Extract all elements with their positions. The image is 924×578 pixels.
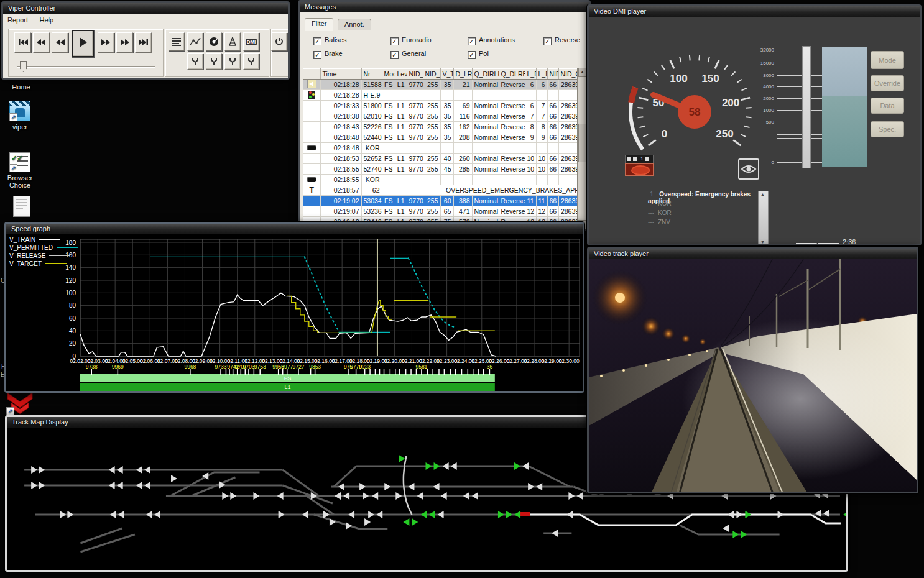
signal-marker[interactable] [425,462,432,470]
desktop-icon-home[interactable]: Home [1,83,41,91]
signal-marker[interactable] [136,466,142,474]
signal-marker[interactable] [441,492,447,500]
signal-marker[interactable] [222,492,228,500]
signal-marker[interactable] [376,511,382,518]
signal-marker[interactable] [372,492,378,500]
signal-marker[interactable] [395,492,402,500]
skip-to-end-button[interactable] [135,32,152,53]
desktop-icon-browser-choice[interactable]: ✓✓ ↗ Browser Choice [0,152,40,189]
dmi-button[interactable]: DMI [243,32,259,51]
signal-marker[interactable] [109,466,115,474]
table-row[interactable]: 02:18:55KOR [303,175,578,185]
column-header[interactable]: Lev [395,69,407,80]
filter-checkbox-brake[interactable]: ✓Brake [313,50,343,59]
signal-marker[interactable] [778,511,784,518]
signal-marker[interactable] [117,466,123,474]
desktop-icon-viper[interactable]: ↗ viper [0,101,40,131]
table-row[interactable]: 02:18:28H-E.9 [303,90,578,101]
signal-marker[interactable] [536,483,542,490]
signal-marker[interactable] [528,483,534,490]
signal-marker[interactable] [736,511,742,518]
column-header[interactable]: Q_DLRB [499,69,525,80]
signal-marker[interactable] [67,511,73,518]
signal-marker[interactable] [110,511,116,518]
dmi-message[interactable]: ---KOR [648,200,672,207]
column-header[interactable]: V_T [440,69,453,80]
graph-config-button[interactable] [187,53,203,70]
dmi-player-titlebar[interactable]: Video DMI player [589,6,920,17]
signal-marker[interactable] [566,511,573,518]
signal-marker[interactable] [568,492,575,500]
signal-marker[interactable] [144,466,150,474]
dmi-next-button[interactable]: ► [818,243,839,244]
signal-marker[interactable] [230,492,236,500]
signal-marker[interactable] [438,511,444,518]
signal-marker[interactable] [343,492,349,500]
signal-marker[interactable] [335,492,341,500]
graph-button[interactable] [187,32,203,51]
column-header[interactable]: D_LRI [453,69,472,80]
dmi-spec-button[interactable]: Spec. [871,121,904,137]
fast-rewind-button[interactable] [33,32,50,53]
table-header-row[interactable]: TimeNrMocLevNID_LNID_CV_TD_LRIQ_DIRLFQ_D… [303,69,578,80]
table-row[interactable]: 02:18:3852010FSL1977025535116NominalReve… [303,111,578,122]
dmi-message-scrollbar[interactable]: ▲ ▼ [758,191,769,244]
signal-marker[interactable] [39,482,45,489]
dmi-config-button[interactable] [243,53,259,70]
filter-checkbox-poi[interactable]: ✓Poi [468,50,489,59]
dmi-message[interactable]: ---KOR [648,209,672,216]
filter-checkbox-reverse[interactable]: ✓Reverse [543,36,580,45]
table-row[interactable]: 02:18:3351800FSL197702553569NominalRever… [303,101,578,111]
table-row[interactable]: 02:19:0753236FSL1977025565471NominalReve… [303,206,578,217]
messages-titlebar[interactable]: Messages [300,2,589,12]
power-button[interactable] [271,32,287,51]
play-button[interactable] [72,30,94,57]
signal-marker[interactable] [144,482,150,489]
table-row[interactable]: T02:18:5762OVERSPEED_EMERGENCY_BRAKES_AP… [303,185,578,196]
signal-marker[interactable] [171,475,177,482]
column-header[interactable]: Moc [382,69,395,80]
column-header[interactable]: Q_DIRLF [472,69,499,80]
signal-marker[interactable] [745,511,751,518]
signal-marker[interactable] [31,482,37,489]
filter-checkbox-annotations[interactable]: ✓Annotations [468,36,515,45]
signal-marker[interactable] [463,492,469,500]
signal-marker[interactable] [429,511,435,518]
signal-marker[interactable] [403,518,409,526]
filter-checkbox-euroradio[interactable]: ✓Euroradio [390,36,432,45]
signal-marker[interactable] [434,462,440,470]
column-header[interactable]: Time [320,69,361,80]
table-row[interactable]: 02:18:5552740FSL1977025545285NominalReve… [303,164,578,175]
signal-marker[interactable] [514,462,520,470]
signal-marker[interactable] [732,531,739,538]
signal-marker[interactable] [443,462,449,470]
signal-marker[interactable] [506,511,512,518]
signal-marker[interactable] [843,511,846,518]
track-video-titlebar[interactable]: Video track player [589,249,917,259]
speed-graph-canvas[interactable]: 020406080100120140160180FSL102:02:0002:0… [6,234,583,391]
tab-annot[interactable]: Annot. [338,19,371,30]
table-row[interactable]: 02:18:48KOR [303,143,578,154]
forward-button[interactable] [98,32,114,53]
viper-controller-titlebar[interactable]: Viper Controller [3,3,288,14]
signal-marker[interactable] [412,518,418,526]
table-row[interactable]: 02:18:4352226FSL1977025535162NominalReve… [303,122,578,132]
column-header[interactable]: NID_OPER [558,69,578,80]
signal-marker[interactable] [136,482,142,489]
signal-marker[interactable] [451,462,457,470]
signal-marker[interactable] [338,483,344,490]
column-header[interactable]: NID_L [407,69,423,80]
signal-marker[interactable] [31,466,37,474]
signal-marker[interactable] [368,511,374,518]
signal-marker[interactable] [472,492,478,500]
dmi-override-button[interactable]: Override [871,75,904,91]
track-button[interactable] [224,32,241,51]
menu-help[interactable]: Help [35,15,58,25]
dmi-mode-button[interactable]: Mode [871,51,904,69]
filter-checkbox-general[interactable]: ✓General [390,50,426,59]
signal-marker[interactable] [117,482,123,489]
signal-marker[interactable] [408,483,414,490]
table-row[interactable]: 02:19:0253034FSL1977025560388NominalReve… [303,196,578,206]
signal-marker[interactable] [384,483,390,490]
signal-marker[interactable] [39,466,45,474]
